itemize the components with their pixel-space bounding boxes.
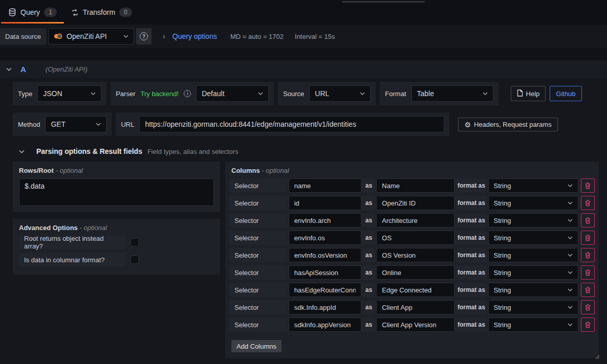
alias-input[interactable] [376, 248, 454, 262]
delete-column-button[interactable] [581, 248, 595, 262]
trash-icon [584, 182, 591, 189]
selector-label: Selector [229, 178, 288, 193]
method-field-group: Method GET [13, 112, 112, 136]
advanced-options-panel: Advanced Options - optional Root returns… [13, 219, 220, 275]
alias-input[interactable] [376, 213, 454, 228]
source-select[interactable]: URL [309, 85, 371, 102]
format-type-select[interactable]: String [488, 300, 579, 314]
format-type-select[interactable]: String [488, 283, 579, 297]
selector-input[interactable] [289, 213, 361, 228]
parsing-left-column: Rows/Root - optional $.data Advanced Opt… [13, 162, 220, 275]
format-select[interactable]: Table [411, 85, 493, 102]
type-label: Type [18, 90, 32, 98]
as-label: as [362, 317, 376, 332]
parser-field-group: Parser Try backend! i Default [111, 82, 274, 105]
format-as-label: format as [456, 248, 487, 262]
advanced-options-title: Advanced Options - optional [19, 224, 214, 232]
query-options-toggle[interactable]: Query options [172, 32, 217, 40]
column-mapping-row: Selector as format as String [229, 196, 595, 210]
datasource-picker[interactable]: OpenZiti API [48, 28, 134, 44]
selector-input[interactable] [289, 231, 361, 245]
alias-input[interactable] [376, 265, 454, 280]
advanced-option-row: Root returns object instead array? [19, 236, 214, 249]
trash-icon [584, 286, 591, 293]
format-type-select[interactable]: String [488, 178, 579, 193]
options-line: Type JSON Parser Try backend! i Default … [13, 82, 597, 105]
alias-input[interactable] [376, 178, 454, 193]
delete-column-button[interactable] [581, 178, 595, 193]
trash-icon [584, 252, 591, 259]
tab-query[interactable]: Query 1 [1, 0, 64, 25]
format-as-label: format as [456, 196, 487, 210]
selector-label: Selector [229, 265, 288, 280]
query-ref-id[interactable]: A [20, 65, 26, 74]
selector-input[interactable] [289, 317, 361, 332]
root-object-checkbox[interactable] [131, 238, 139, 246]
try-backend-hint[interactable]: Try backend! [140, 90, 179, 98]
datasource-help-button[interactable]: ? [136, 28, 151, 44]
github-button[interactable]: Github [550, 86, 581, 101]
delete-column-button[interactable] [581, 196, 595, 210]
delete-column-button[interactable] [581, 265, 595, 280]
columnar-format-checkbox[interactable] [131, 256, 139, 264]
alias-input[interactable] [376, 231, 454, 245]
delete-column-button[interactable] [581, 300, 595, 314]
datasource-picker-value: OpenZiti API [67, 32, 119, 40]
column-mapping-row: Selector as format as String [229, 283, 595, 297]
method-select[interactable]: GET [45, 116, 106, 132]
format-as-label: format as [456, 231, 487, 245]
parser-select[interactable]: Default [196, 85, 269, 102]
tab-transform[interactable]: Transform 0 [64, 0, 139, 25]
selector-input[interactable] [289, 178, 361, 193]
as-label: as [362, 196, 376, 210]
column-mapping-row: Selector as format as String [229, 178, 595, 193]
alias-input[interactable] [376, 317, 454, 332]
delete-column-button[interactable] [581, 283, 595, 297]
format-label: Format [385, 90, 406, 98]
selector-input[interactable] [289, 196, 361, 210]
selector-input[interactable] [289, 265, 361, 280]
parsing-section-header[interactable]: Parsing options & Result fields Field ty… [18, 147, 597, 155]
selector-label: Selector [229, 248, 288, 262]
document-icon [517, 89, 523, 98]
help-button[interactable]: Help [511, 86, 546, 101]
selector-label: Selector [229, 283, 288, 297]
panel-resize-handle[interactable] [342, 1, 425, 3]
selector-label: Selector [229, 196, 288, 210]
info-circle-icon[interactable]: i [184, 90, 191, 97]
as-label: as [362, 178, 376, 193]
format-type-select[interactable]: String [488, 196, 579, 210]
type-select[interactable]: JSON [37, 85, 101, 102]
trash-icon [584, 321, 591, 328]
selector-input[interactable] [289, 283, 361, 297]
delete-column-button[interactable] [581, 231, 595, 245]
format-type-select[interactable]: String [488, 265, 579, 280]
alias-input[interactable] [376, 196, 454, 210]
add-columns-button[interactable]: Add Columns [231, 340, 281, 352]
selector-input[interactable] [289, 248, 361, 262]
format-as-label: format as [456, 178, 487, 193]
alias-input[interactable] [376, 283, 454, 297]
format-type-select[interactable]: String [488, 213, 579, 228]
selector-label: Selector [229, 213, 288, 228]
method-label: Method [18, 121, 40, 128]
as-label: as [362, 213, 376, 228]
url-input[interactable] [139, 116, 444, 132]
query-row-header[interactable]: A (OpenZiti API) [0, 60, 607, 78]
parsing-section-subtitle: Field types, alias and selectors [147, 148, 239, 155]
alias-input[interactable] [376, 300, 454, 314]
trash-icon [584, 304, 591, 311]
selector-input[interactable] [289, 300, 361, 314]
format-type-select[interactable]: String [488, 248, 579, 262]
format-field-group: Format Table [380, 82, 498, 105]
as-label: as [362, 265, 376, 280]
active-tab-underline [1, 22, 64, 24]
url-label: URL [121, 121, 134, 128]
delete-column-button[interactable] [581, 213, 595, 228]
headers-request-params-button[interactable]: ⚙ Headers, Request params [458, 118, 557, 131]
format-type-select[interactable]: String [488, 317, 579, 332]
trash-icon [584, 199, 591, 207]
delete-column-button[interactable] [581, 317, 595, 332]
rows-root-input[interactable]: $.data [19, 178, 214, 206]
format-type-select[interactable]: String [488, 231, 579, 245]
